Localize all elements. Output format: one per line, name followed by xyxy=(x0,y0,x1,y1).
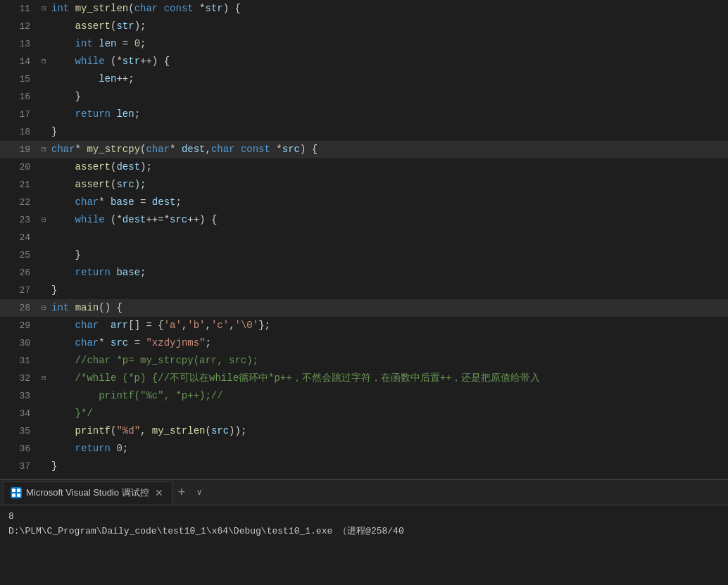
code-line: 29 char arr[] = {'a','b','c','\0'}; xyxy=(0,317,728,334)
terminal-output-line2: D:\PLM\C_Program\Daily_code\test10_1\x64… xyxy=(8,524,720,539)
svg-rect-1 xyxy=(17,489,20,492)
code-line: 34 }*/ xyxy=(0,405,728,422)
terminal-panel: Microsoft Visual Studio 调试控 ✕ + ∨ 8 D:\P… xyxy=(0,479,728,585)
code-line: 25 } xyxy=(0,246,728,264)
terminal-tab[interactable]: Microsoft Visual Studio 调试控 ✕ xyxy=(3,482,172,504)
code-line: 27 } xyxy=(0,282,728,299)
svg-rect-3 xyxy=(17,493,20,497)
code-line: 35 printf("%d", my_strlen(src)); xyxy=(0,422,728,440)
code-line: 33 printf("%c", *p++);// xyxy=(0,387,728,405)
code-line: 12 assert(str); xyxy=(0,18,728,35)
code-line: 19 ⊟ char* my_strcpy(char* dest,char con… xyxy=(0,141,728,158)
code-editor: 11 ⊟ int my_strlen(char const *str) { 12… xyxy=(0,0,728,479)
code-lines: 11 ⊟ int my_strlen(char const *str) { 12… xyxy=(0,0,728,475)
fold-icon: ⊟ xyxy=(42,141,46,158)
fold-icon: ⊟ xyxy=(42,0,46,18)
code-line: 11 ⊟ int my_strlen(char const *str) { xyxy=(0,0,728,18)
code-line: 28 ⊟ int main() { xyxy=(0,299,728,317)
svg-rect-2 xyxy=(12,493,15,497)
code-line: 23 ⊟ while (*dest++=*src++) { xyxy=(0,211,728,229)
fold-icon: ⊟ xyxy=(42,370,46,387)
code-line: 32 ⊟ /*while (*p) {//不可以在while循环中*p++，不然… xyxy=(0,370,728,387)
vs-icon xyxy=(11,487,22,498)
terminal-output-line1: 8 xyxy=(8,510,720,524)
code-line: 31 //char *p= my_strcpy(arr, src); xyxy=(0,352,728,370)
terminal-tabs: Microsoft Visual Studio 调试控 ✕ + ∨ xyxy=(0,480,728,505)
code-line: 14 ⊟ while (*str++) { xyxy=(0,53,728,70)
code-line: 22 char* base = dest; xyxy=(0,194,728,211)
svg-rect-0 xyxy=(12,489,15,492)
tab-close-button[interactable]: ✕ xyxy=(153,487,165,498)
code-line: 17 return len; xyxy=(0,106,728,123)
code-line: 21 assert(src); xyxy=(0,176,728,194)
code-line: 16 } xyxy=(0,88,728,106)
code-line: 36 return 0; xyxy=(0,440,728,458)
code-line: 37 } xyxy=(0,458,728,475)
code-line: 26 return base; xyxy=(0,264,728,282)
code-line: 24 xyxy=(0,229,728,246)
tab-chevron-button[interactable]: ∨ xyxy=(191,487,207,498)
code-line: 20 assert(dest); xyxy=(0,158,728,176)
fold-icon: ⊟ xyxy=(42,211,46,229)
code-line: 13 int len = 0; xyxy=(0,35,728,53)
terminal-tab-label: Microsoft Visual Studio 调试控 xyxy=(26,486,149,499)
terminal-content: 8 D:\PLM\C_Program\Daily_code\test10_1\x… xyxy=(0,505,728,585)
fold-icon: ⊟ xyxy=(42,299,46,317)
code-line: 18 } xyxy=(0,123,728,141)
code-line: 15 len++; xyxy=(0,70,728,88)
code-line: 30 char* src = "xzdyjnms"; xyxy=(0,334,728,352)
tab-add-button[interactable]: + xyxy=(172,486,192,500)
fold-icon: ⊟ xyxy=(42,53,46,70)
